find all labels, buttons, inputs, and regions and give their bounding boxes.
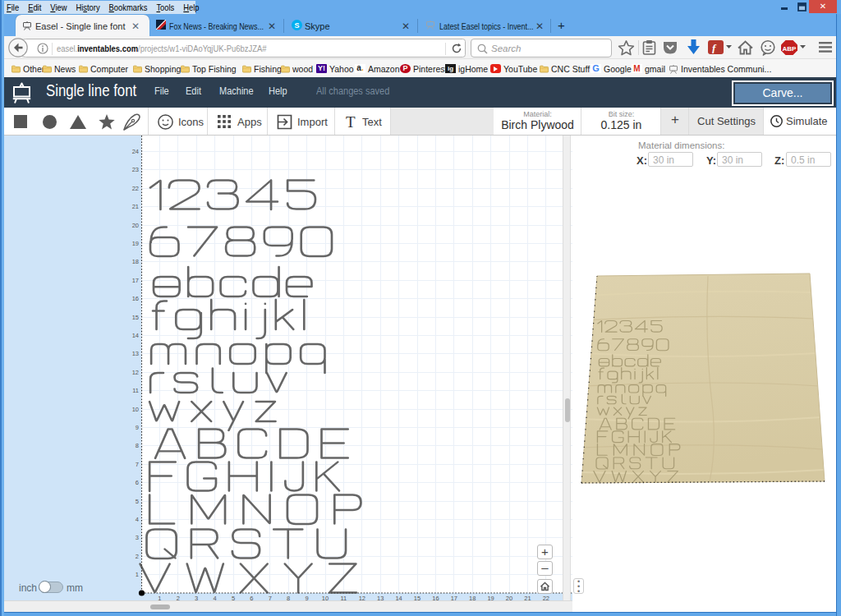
svg-text:ABP: ABP [783,45,797,53]
svg-text:S: S [294,21,299,30]
svg-text:f: f [712,42,717,53]
